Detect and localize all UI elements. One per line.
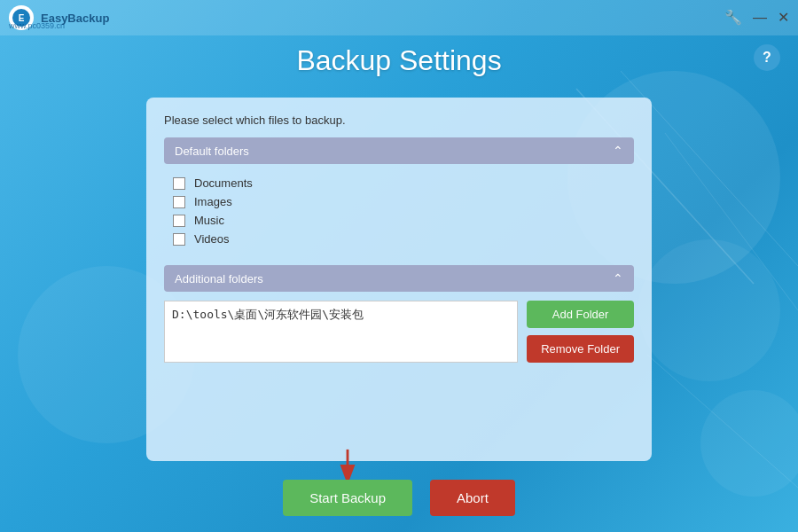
folders-row: Add Folder Remove Folder (164, 301, 634, 363)
folder-action-buttons: Add Folder Remove Folder (527, 301, 634, 363)
minimize-icon[interactable]: — (753, 11, 767, 25)
additional-folders-section: Additional folders ⌃ Add Folder Remove F… (164, 265, 634, 363)
checkbox-box-documents[interactable] (173, 177, 185, 190)
bottom-buttons: Start Backup Abort (0, 480, 798, 516)
instructions-text: Please select which files to backup. (164, 113, 634, 127)
svg-line-7 (647, 355, 798, 488)
watermark: www.pc0359.cn (9, 21, 65, 30)
additional-folders-header[interactable]: Additional folders ⌃ (164, 265, 634, 292)
checkbox-box-images[interactable] (173, 196, 185, 208)
checkbox-box-music[interactable] (173, 215, 185, 227)
checkboxes-area: Documents Images Music Videos (164, 173, 634, 260)
titlebar: E EasyBackup www.pc0359.cn 🔧 — ✕ (0, 0, 798, 35)
svg-line-6 (665, 133, 798, 310)
checkbox-documents[interactable]: Documents (173, 176, 625, 190)
additional-folders-label: Additional folders (175, 272, 263, 286)
abort-button[interactable]: Abort (430, 480, 515, 516)
svg-point-1 (638, 239, 780, 381)
add-folder-button[interactable]: Add Folder (527, 301, 634, 328)
folder-path-input[interactable] (164, 301, 518, 363)
default-folders-label: Default folders (175, 145, 249, 158)
settings-icon[interactable]: 🔧 (724, 11, 742, 25)
checkbox-images[interactable]: Images (173, 195, 625, 208)
start-backup-button[interactable]: Start Backup (283, 480, 412, 516)
remove-folder-button[interactable]: Remove Folder (527, 335, 634, 363)
default-folders-chevron: ⌃ (613, 144, 623, 158)
checkbox-videos[interactable]: Videos (173, 232, 625, 246)
default-folders-header[interactable]: Default folders ⌃ (164, 137, 634, 164)
page-title: Backup Settings (0, 44, 798, 77)
checkbox-box-videos[interactable] (173, 233, 185, 246)
additional-folders-chevron: ⌃ (613, 271, 623, 286)
close-icon[interactable]: ✕ (778, 11, 789, 25)
content-card: Please select which files to backup. Def… (146, 98, 652, 461)
checkbox-music[interactable]: Music (173, 214, 625, 227)
window-controls: 🔧 — ✕ (724, 11, 789, 25)
arrow-indicator (335, 448, 360, 482)
